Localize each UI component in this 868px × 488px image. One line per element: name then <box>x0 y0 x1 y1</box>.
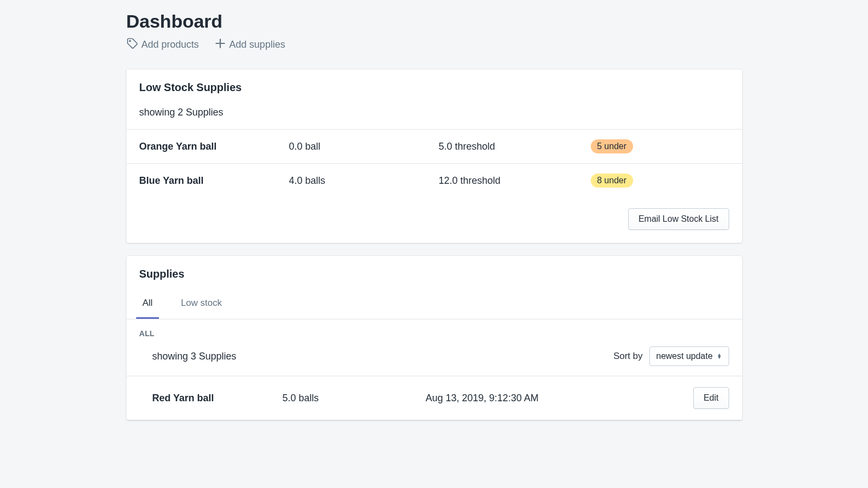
select-caret-icon: ▲▼ <box>717 354 722 359</box>
page-title: Dashboard <box>126 11 742 32</box>
status-badge: 8 under <box>591 174 633 188</box>
tag-icon <box>126 37 138 52</box>
status-badge: 5 under <box>591 139 633 153</box>
supply-qty: 0.0 ball <box>289 141 439 152</box>
supply-name: Blue Yarn ball <box>139 175 289 187</box>
supplies-card: Supplies All Low stock ALL showing 3 Sup… <box>126 256 742 420</box>
supply-name: Red Yarn ball <box>139 393 283 404</box>
supply-qty: 4.0 balls <box>289 175 439 187</box>
supply-date: Aug 13, 2019, 9:12:30 AM <box>426 393 693 404</box>
low-stock-row: Orange Yarn ball 0.0 ball 5.0 threshold … <box>126 129 742 163</box>
supply-threshold: 12.0 threshold <box>439 175 591 187</box>
low-stock-showing: showing 2 Supplies <box>126 94 742 129</box>
sort-value: newest update <box>656 351 713 361</box>
table-row: Red Yarn ball 5.0 balls Aug 13, 2019, 9:… <box>126 376 742 420</box>
supply-qty: 5.0 balls <box>283 393 426 404</box>
sort-by-label: Sort by <box>614 351 643 362</box>
supplies-tabs: All Low stock <box>126 289 742 319</box>
supply-threshold: 5.0 threshold <box>439 141 591 152</box>
edit-button[interactable]: Edit <box>693 387 729 409</box>
add-supplies-label: Add supplies <box>229 39 285 50</box>
header-actions: Add products Add supplies <box>126 37 742 52</box>
supplies-title: Supplies <box>139 268 729 280</box>
supply-name: Orange Yarn ball <box>139 141 289 152</box>
low-stock-row: Blue Yarn ball 4.0 balls 12.0 threshold … <box>126 163 742 197</box>
plus-icon <box>214 37 226 52</box>
tab-all[interactable]: All <box>136 289 159 319</box>
sort-select[interactable]: newest update ▲▼ <box>649 346 729 366</box>
section-label: ALL <box>126 319 742 338</box>
add-products-button[interactable]: Add products <box>126 37 199 52</box>
supplies-showing: showing 3 Supplies <box>139 351 237 362</box>
low-stock-title: Low Stock Supplies <box>139 81 729 94</box>
add-supplies-button[interactable]: Add supplies <box>214 37 285 52</box>
email-low-stock-button[interactable]: Email Low Stock List <box>628 208 729 230</box>
tab-low-stock[interactable]: Low stock <box>174 289 228 319</box>
add-products-label: Add products <box>142 39 199 50</box>
low-stock-card: Low Stock Supplies showing 2 Supplies Or… <box>126 69 742 243</box>
